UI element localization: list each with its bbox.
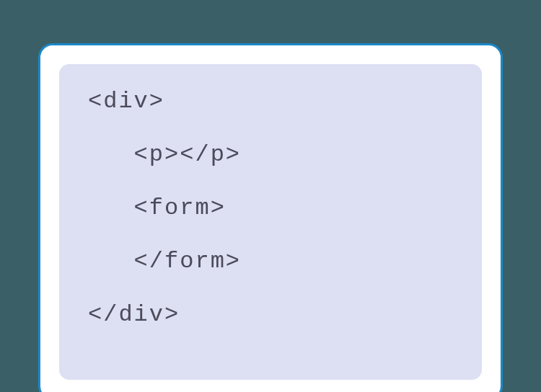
code-line: <form> (88, 197, 453, 220)
code-block: <div> <p></p> <form> </form> </div> (59, 64, 482, 380)
code-card: <div> <p></p> <form> </form> </div> (38, 43, 503, 392)
code-line: <div> (88, 90, 453, 113)
code-line: <p></p> (88, 143, 453, 166)
code-line: </div> (88, 303, 453, 326)
code-line: </form> (88, 250, 453, 273)
